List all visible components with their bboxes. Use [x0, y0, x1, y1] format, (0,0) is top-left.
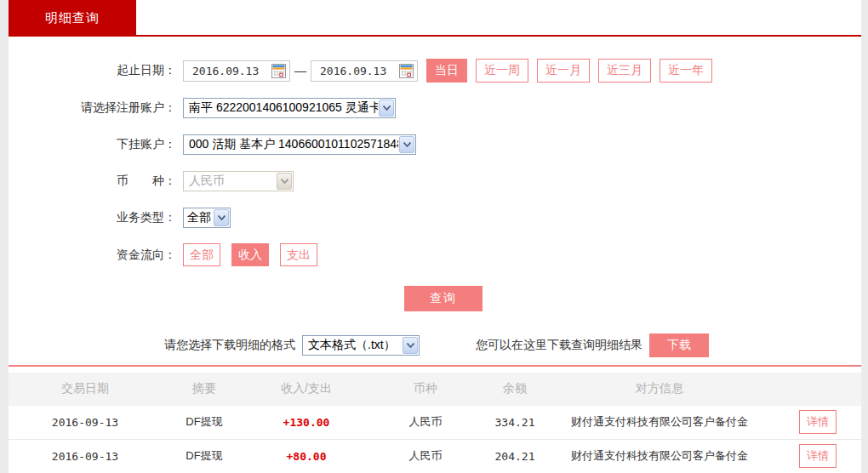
date-range-row: 起止日期： 2016.09.13	[9, 59, 861, 83]
cell-balance: 204.21	[485, 439, 545, 473]
results-table: 交易日期 摘要 收入/支出 币种 余额 对方信息 2016-09-13 DF提现…	[9, 373, 861, 473]
calendar-icon[interactable]	[271, 64, 286, 78]
chevron-down-icon	[403, 337, 418, 354]
tab-detail-query[interactable]: 明细查询	[9, 0, 136, 37]
quick-range-month-button[interactable]: 近一月	[537, 59, 590, 83]
chevron-down-icon	[379, 100, 394, 117]
end-date-value: 2016.09.13	[320, 65, 386, 77]
register-account-value: 南平 6222001406100921065 灵通卡	[184, 100, 378, 116]
header-currency: 币种	[366, 373, 485, 405]
header-trade-date: 交易日期	[9, 373, 162, 405]
section-divider	[9, 365, 861, 367]
quick-range-year-button[interactable]: 近一年	[660, 59, 712, 83]
cell-amount: +80.00	[247, 439, 366, 473]
cell-trade-date: 2016-09-13	[9, 405, 162, 439]
date-range-label: 起止日期：	[9, 63, 183, 78]
business-type-label: 业务类型：	[9, 210, 183, 225]
download-button[interactable]: 下载	[649, 333, 709, 357]
content-panel: 明细查询 起止日期： 2016.09.13	[9, 0, 861, 473]
download-format-value: 文本格式（.txt）	[303, 338, 402, 353]
cell-trade-date: 2016-09-13	[9, 439, 162, 473]
fund-flow-expense-button[interactable]: 支出	[280, 243, 317, 266]
query-form: 起止日期： 2016.09.13	[9, 37, 861, 357]
header-amount: 收入/支出	[247, 373, 366, 405]
start-date-input[interactable]: 2016.09.13	[183, 60, 290, 82]
quick-range-week-button[interactable]: 近一周	[476, 59, 528, 83]
table-row: 2016-09-13 DF提现 +80.00 人民币 204.21 财付通支付科…	[9, 439, 861, 473]
cell-summary: DF提现	[162, 439, 247, 473]
sub-account-value: 000 活期 基本户 1406600101102571848	[184, 137, 398, 152]
currency-label: 币 种：	[9, 174, 183, 189]
cell-action: 详情	[774, 439, 861, 473]
cell-counterparty: 财付通支付科技有限公司客户备付金	[545, 439, 774, 473]
download-format-label: 请您选择下载明细的格式	[164, 338, 295, 353]
tab-bar: 明细查询	[9, 0, 861, 37]
detail-button[interactable]: 详情	[799, 444, 837, 468]
register-account-row: 请选择注册账户： 南平 6222001406100921065 灵通卡	[9, 97, 861, 119]
fund-flow-all-button[interactable]: 全部	[183, 243, 220, 266]
download-format-select[interactable]: 文本格式（.txt）	[302, 335, 420, 356]
currency-row: 币 种： 人民币	[9, 170, 861, 192]
query-button[interactable]: 查询	[404, 286, 483, 311]
start-date-value: 2016.09.13	[192, 65, 259, 77]
business-type-row: 业务类型： 全部	[9, 207, 861, 229]
chevron-down-icon	[277, 173, 292, 190]
cell-action: 详情	[774, 405, 861, 439]
cell-currency: 人民币	[366, 405, 485, 439]
currency-select: 人民币	[183, 171, 294, 191]
header-action	[774, 373, 861, 405]
header-counterparty: 对方信息	[545, 373, 774, 405]
quick-range-today-button[interactable]: 当日	[426, 59, 467, 83]
cell-currency: 人民币	[366, 439, 485, 473]
sub-account-row: 下挂账户： 000 活期 基本户 1406600101102571848	[9, 134, 861, 156]
register-account-select[interactable]: 南平 6222001406100921065 灵通卡	[183, 98, 396, 118]
end-date-input[interactable]: 2016.09.13	[311, 60, 418, 82]
cell-counterparty: 财付通支付科技有限公司客户备付金	[545, 405, 774, 439]
quick-range-3months-button[interactable]: 近三月	[598, 59, 651, 83]
register-account-label: 请选择注册账户：	[9, 100, 183, 116]
detail-button[interactable]: 详情	[799, 410, 837, 434]
header-balance: 余额	[485, 373, 545, 405]
business-type-value: 全部	[184, 210, 213, 225]
header-summary: 摘要	[162, 373, 247, 405]
fund-flow-label: 资金流向：	[9, 248, 183, 263]
chevron-down-icon	[214, 209, 229, 226]
download-row: 请您选择下载明细的格式 文本格式（.txt） 您可以在这里下载查询明细结果 下载	[164, 333, 861, 357]
date-range-separator: —	[294, 64, 306, 77]
fund-flow-row: 资金流向： 全部 收入 支出	[9, 243, 861, 266]
cell-amount: +130.00	[247, 405, 366, 439]
download-hint: 您可以在这里下载查询明细结果	[476, 338, 642, 353]
currency-value: 人民币	[184, 174, 276, 189]
fund-flow-income-button[interactable]: 收入	[231, 243, 269, 266]
table-header-row: 交易日期 摘要 收入/支出 币种 余额 对方信息	[9, 373, 861, 405]
table-row: 2016-09-13 DF提现 +130.00 人民币 334.21 财付通支付…	[9, 405, 861, 439]
cell-balance: 334.21	[485, 405, 545, 439]
query-row: 查询	[26, 286, 861, 311]
chevron-down-icon	[399, 136, 414, 153]
sub-account-label: 下挂账户：	[9, 137, 183, 152]
business-type-select[interactable]: 全部	[183, 208, 231, 228]
calendar-icon[interactable]	[399, 64, 414, 78]
sub-account-select[interactable]: 000 活期 基本户 1406600101102571848	[183, 134, 416, 155]
cell-summary: DF提现	[162, 405, 247, 439]
